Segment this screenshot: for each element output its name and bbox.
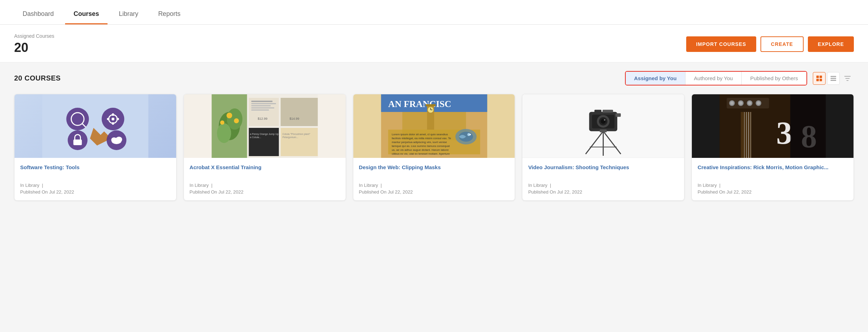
svg-rect-34 (249, 128, 279, 156)
course-card[interactable]: $12.99 $14.99 a Penny Orange Jump Up a C… (184, 94, 346, 201)
course-title: Creative Inspirations: Rick Morris, Moti… (698, 164, 848, 178)
svg-rect-37 (251, 101, 272, 102)
svg-text:3: 3 (776, 115, 792, 150)
svg-text:AN FRANCISC: AN FRANCISC (388, 99, 451, 109)
course-thumbnail-software (15, 94, 176, 158)
course-info: Design the Web: Clipping Masks In Librar… (353, 158, 515, 200)
course-published: Published On Jul 22, 2022 (359, 189, 509, 195)
courses-count-label: 20 COURSES (14, 74, 61, 82)
course-meta: In Library | (528, 183, 678, 188)
explore-button[interactable]: EXPLORE (808, 36, 854, 52)
svg-text:Pelargonium...: Pelargonium... (282, 136, 298, 139)
svg-text:Cotula "Pincushion plant": Cotula "Pincushion plant" (282, 133, 310, 136)
nav-tab-dashboard[interactable]: Dashboard (14, 10, 62, 24)
svg-rect-5 (831, 78, 836, 79)
svg-text:us, ae vis adhuc augue dictant: us, ae vis adhuc augue dictant. Harum la… (392, 148, 449, 152)
import-courses-button[interactable]: IMPORT COURSES (686, 36, 756, 52)
svg-point-30 (226, 113, 232, 118)
list-view-button[interactable] (827, 72, 840, 85)
svg-text:Lorem ipsum dolor sit amet, ct: Lorem ipsum dolor sit amet, ct quio sean… (392, 133, 448, 136)
svg-text:$14.99: $14.99 (289, 117, 299, 120)
filter-button[interactable] (841, 72, 854, 85)
course-published: Published On Jul 22, 2022 (528, 189, 678, 195)
svg-point-67 (469, 134, 471, 135)
course-card[interactable]: 3 8 Creative Inspirations: Rick Morris, … (691, 94, 854, 201)
svg-point-87 (730, 101, 734, 105)
svg-text:tamque qui as. Lius summo tamu: tamque qui as. Lius summo tamura consequ… (392, 144, 450, 148)
filter-tab-assigned[interactable]: Assigned by You (626, 72, 685, 85)
course-thumbnail-creative: 3 8 (692, 94, 853, 158)
course-info: Software Testing: Tools In Library | Pub… (15, 158, 176, 200)
svg-rect-19 (73, 140, 82, 145)
course-meta: In Library | (20, 183, 170, 188)
svg-rect-17 (116, 118, 119, 120)
svg-point-91 (748, 101, 752, 105)
course-info: Creative Inspirations: Rick Morris, Moti… (692, 158, 853, 200)
svg-rect-94 (741, 112, 752, 158)
course-info: Video Journalism: Shooting Techniques In… (522, 158, 684, 200)
main-content: 20 COURSES Assigned by You Authored by Y… (0, 63, 868, 209)
svg-rect-36 (280, 128, 318, 156)
svg-point-89 (739, 101, 743, 105)
svg-rect-6 (831, 80, 836, 81)
top-navigation: Dashboard Courses Library Reports (0, 0, 868, 25)
course-published: Published On Jul 22, 2022 (20, 189, 170, 195)
svg-rect-39 (251, 105, 271, 106)
filter-tab-authored[interactable]: Authored by You (685, 72, 742, 85)
svg-rect-14 (112, 113, 114, 116)
svg-point-31 (220, 120, 224, 125)
create-button[interactable]: CREATE (760, 36, 804, 52)
course-card[interactable]: Video Journalism: Shooting Techniques In… (522, 94, 684, 201)
svg-rect-101 (791, 94, 826, 158)
svg-point-29 (227, 108, 242, 130)
course-title: Design the Web: Clipping Masks (359, 164, 509, 178)
toolbar-right: Assigned by You Authored by You Publishe… (625, 71, 854, 85)
grid-view-button[interactable] (813, 72, 826, 85)
page-header: Assigned Courses 20 IMPORT COURSES CREAT… (0, 25, 868, 63)
course-published: Published On Jul 22, 2022 (698, 189, 848, 195)
assigned-count: 20 (14, 40, 54, 55)
courses-toolbar: 20 COURSES Assigned by You Authored by Y… (14, 71, 854, 85)
course-title: Video Journalism: Shooting Techniques (528, 164, 678, 178)
header-actions: IMPORT COURSES CREATE EXPLORE (686, 36, 854, 52)
svg-text:a Penny Orange Jump Up: a Penny Orange Jump Up (250, 133, 278, 136)
course-card[interactable]: Software Testing: Tools In Library | Pub… (14, 94, 177, 201)
course-meta: In Library | (190, 183, 340, 188)
course-meta: In Library | (698, 183, 848, 188)
svg-rect-41 (251, 109, 269, 111)
svg-rect-38 (251, 103, 276, 104)
svg-rect-81 (600, 129, 607, 132)
svg-point-24 (116, 137, 122, 142)
svg-text:$12.99: $12.99 (257, 117, 267, 120)
view-icons (813, 72, 854, 85)
nav-tab-library[interactable]: Library (110, 10, 147, 24)
filter-icon (844, 75, 851, 82)
grid-icon (816, 75, 822, 82)
nav-tab-reports[interactable]: Reports (150, 10, 189, 24)
course-info: Acrobat X Essential Training In Library … (184, 158, 346, 200)
svg-rect-35 (280, 98, 318, 126)
courses-grid: Software Testing: Tools In Library | Pub… (14, 94, 854, 201)
course-title: Software Testing: Tools (20, 164, 170, 178)
course-meta: In Library | (359, 183, 509, 188)
list-icon (830, 75, 837, 82)
svg-rect-4 (831, 76, 836, 77)
assigned-courses-info: Assigned Courses 20 (14, 33, 54, 55)
course-thumbnail-video (522, 94, 684, 158)
svg-rect-76 (603, 110, 613, 113)
filter-tab-published[interactable]: Published by Others (742, 72, 806, 85)
svg-rect-1 (820, 76, 822, 78)
course-card[interactable]: AN FRANCISC Lorem ipsum dolor sit amet, … (353, 94, 515, 201)
svg-text:mantur perpetua adipiscing vim: mantur perpetua adipiscing vim, iuvrt ve… (392, 141, 447, 144)
svg-rect-2 (816, 79, 819, 81)
svg-rect-40 (251, 107, 274, 108)
course-thumbnail-acrobat: $12.99 $14.99 a Penny Orange Jump Up a C… (184, 94, 346, 158)
course-thumbnail-web: AN FRANCISC Lorem ipsum dolor sit amet, … (353, 94, 515, 158)
assigned-label: Assigned Courses (14, 33, 54, 39)
course-published: Published On Jul 22, 2022 (190, 189, 340, 195)
svg-rect-15 (112, 122, 114, 125)
svg-point-13 (111, 118, 114, 120)
svg-text:facilisis intellegat, ea milla: facilisis intellegat, ea milla misim con… (392, 137, 451, 140)
svg-rect-0 (816, 76, 819, 78)
nav-tab-courses[interactable]: Courses (65, 10, 108, 24)
